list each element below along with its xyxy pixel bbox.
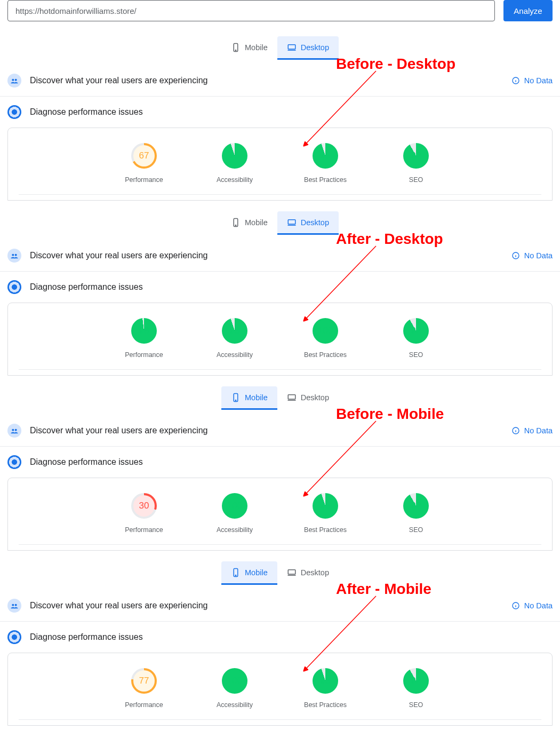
tab-mobile-label: Mobile [245, 393, 268, 402]
svg-point-10 [235, 225, 236, 226]
no-data-badge[interactable]: No Data [511, 251, 553, 260]
tab-mobile[interactable]: Mobile [221, 561, 277, 585]
tab-desktop[interactable]: Desktop [277, 386, 339, 410]
info-icon [511, 426, 520, 435]
gauge-performance[interactable]: 30 Performance [117, 493, 171, 534]
tab-mobile[interactable]: Mobile [221, 211, 277, 235]
diagnose-heading: Diagnose performance issues [30, 282, 143, 292]
diagnose-section: Diagnose performance issues [0, 272, 560, 303]
svg-point-32 [15, 604, 17, 606]
gauge-card: 98 Performance 95 Accessibility 100 Best… [7, 303, 553, 376]
gauge-performance[interactable]: 98 Performance [117, 318, 171, 359]
gauge-performance-value: 67 [139, 150, 149, 161]
tab-mobile[interactable]: Mobile [221, 36, 277, 60]
arrow-icon [296, 66, 381, 151]
crux-heading: Discover what your real users are experi… [30, 426, 207, 435]
mobile-icon [231, 568, 241, 577]
mobile-icon [231, 393, 241, 402]
crux-section: Discover what your real users are experi… [0, 240, 560, 272]
gauge-accessibility[interactable]: 100 Accessibility [208, 493, 261, 534]
svg-point-14 [15, 254, 17, 256]
arrow-icon [296, 241, 381, 326]
svg-line-3 [304, 71, 376, 146]
users-icon [7, 599, 21, 613]
gauge-performance-label: Performance [117, 351, 171, 359]
diagnose-heading: Diagnose performance issues [30, 107, 143, 117]
svg-line-12 [304, 246, 376, 321]
info-icon [511, 251, 520, 260]
target-icon [7, 630, 21, 644]
tab-desktop[interactable]: Desktop [277, 561, 339, 585]
device-tabs: Mobile Desktop [0, 386, 560, 410]
tab-desktop-label: Desktop [301, 568, 329, 577]
diagnose-section: Diagnose performance issues [0, 97, 560, 128]
no-data-badge[interactable]: No Data [511, 601, 553, 610]
gauge-accessibility[interactable]: 100 Accessibility [208, 668, 261, 709]
svg-line-30 [304, 596, 376, 671]
target-icon [7, 280, 21, 294]
svg-line-21 [304, 421, 376, 496]
tab-desktop[interactable]: Desktop [277, 36, 339, 60]
desktop-icon [287, 218, 297, 227]
diagnose-section: Diagnose performance issues [0, 622, 560, 653]
gauge-seo-label: SEO [389, 351, 443, 359]
gauge-accessibility[interactable]: 95 Accessibility [208, 143, 261, 184]
diagnose-heading: Diagnose performance issues [30, 457, 143, 467]
gauge-accessibility-label: Accessibility [208, 526, 261, 534]
tab-desktop-label: Desktop [301, 218, 329, 227]
gauge-performance[interactable]: 77 Performance [117, 668, 171, 709]
gauge-best-practices-value: 95 [321, 676, 331, 686]
svg-rect-29 [288, 569, 295, 574]
svg-point-4 [12, 79, 14, 81]
gauge-accessibility-label: Accessibility [208, 701, 261, 709]
no-data-text: No Data [524, 251, 553, 260]
svg-point-28 [235, 575, 236, 576]
users-icon [7, 74, 21, 88]
svg-point-13 [12, 254, 14, 256]
no-data-text: No Data [524, 601, 553, 610]
gauge-card: 67 Performance 95 Accessibility 95 Best … [7, 128, 553, 201]
gauge-accessibility[interactable]: 95 Accessibility [208, 318, 261, 359]
gauge-seo-label: SEO [389, 176, 443, 184]
svg-point-5 [15, 79, 17, 81]
crux-heading: Discover what your real users are experi… [30, 601, 207, 610]
gauge-accessibility-label: Accessibility [208, 351, 261, 359]
mobile-icon [231, 218, 241, 227]
gauge-best-practices-label: Best Practices [299, 176, 352, 184]
gauge-seo-label: SEO [389, 526, 443, 534]
tab-mobile-label: Mobile [245, 568, 268, 577]
mobile-icon [231, 43, 241, 52]
tab-desktop-label: Desktop [301, 393, 329, 402]
info-icon [511, 601, 520, 610]
gauge-seo[interactable]: 92 SEO [389, 668, 443, 709]
gauge-card: 77 Performance 100 Accessibility 95 Best… [7, 653, 553, 726]
arrow-icon [296, 591, 381, 676]
gauge-seo[interactable]: 92 SEO [389, 318, 443, 359]
url-input[interactable] [7, 0, 495, 21]
analyze-button[interactable]: Analyze [503, 0, 553, 21]
svg-point-23 [15, 429, 17, 431]
gauge-seo[interactable]: 92 SEO [389, 143, 443, 184]
gauge-performance-value: 30 [139, 501, 149, 511]
users-icon [7, 424, 21, 438]
crux-heading: Discover what your real users are experi… [30, 251, 207, 260]
users-icon [7, 249, 21, 263]
tab-mobile[interactable]: Mobile [221, 386, 277, 410]
gauge-seo-value: 92 [411, 150, 421, 161]
gauge-performance[interactable]: 67 Performance [117, 143, 171, 184]
svg-point-31 [12, 604, 14, 606]
tab-desktop[interactable]: Desktop [277, 211, 339, 235]
desktop-icon [287, 393, 297, 402]
gauge-seo[interactable]: 92 SEO [389, 493, 443, 534]
gauge-performance-label: Performance [117, 701, 171, 709]
gauge-best-practices-value: 100 [318, 326, 333, 336]
crux-section: Discover what your real users are experi… [0, 65, 560, 97]
desktop-icon [287, 43, 297, 52]
gauge-performance-label: Performance [117, 176, 171, 184]
tab-mobile-label: Mobile [245, 43, 268, 52]
crux-section: Discover what your real users are experi… [0, 590, 560, 622]
device-tabs: Mobile Desktop [0, 211, 560, 235]
no-data-badge[interactable]: No Data [511, 76, 553, 85]
svg-rect-20 [288, 394, 295, 399]
no-data-badge[interactable]: No Data [511, 426, 553, 435]
